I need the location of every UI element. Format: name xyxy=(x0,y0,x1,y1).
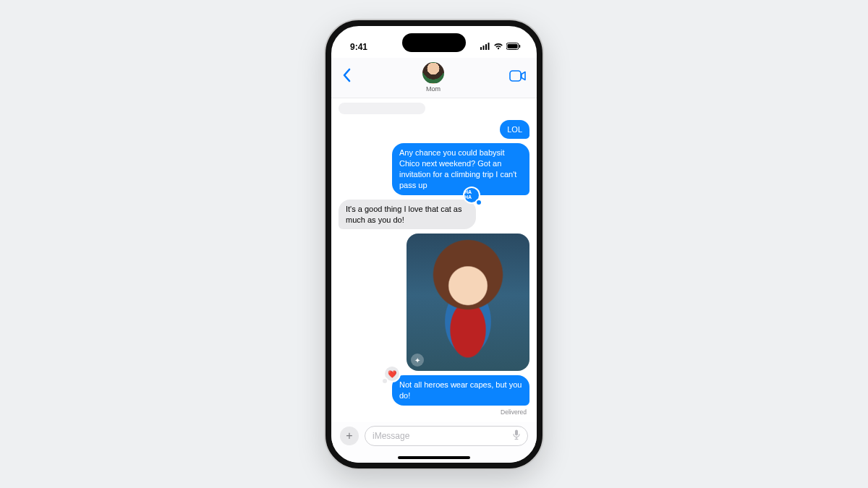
svg-rect-2 xyxy=(485,44,487,50)
message-row: Not all heroes wear capes, but you do! ❤… xyxy=(339,375,529,406)
svg-rect-1 xyxy=(483,46,485,50)
svg-rect-8 xyxy=(515,430,518,436)
received-bubble[interactable]: It's a good thing I love that cat as muc… xyxy=(339,200,476,230)
back-button[interactable] xyxy=(341,68,357,87)
input-placeholder: iMessage xyxy=(373,431,409,441)
message-thread[interactable]: LOL Any chance you could babysit Chico n… xyxy=(331,98,537,422)
sent-image[interactable]: ✦ xyxy=(407,234,529,371)
dictation-icon[interactable] xyxy=(513,429,520,442)
svg-rect-0 xyxy=(480,47,482,50)
contact-avatar xyxy=(422,62,444,84)
image-playground-icon[interactable]: ✦ xyxy=(411,354,424,367)
tapback-haha-icon[interactable]: HA HA xyxy=(464,188,479,202)
home-indicator[interactable] xyxy=(398,456,470,459)
contact-name: Mom xyxy=(426,85,441,93)
message-row: LOL xyxy=(339,120,529,140)
sent-bubble[interactable]: Not all heroes wear capes, but you do! ❤… xyxy=(392,375,529,406)
iphone-frame: 9:41 Mom LOL Any xyxy=(326,20,542,468)
svg-rect-5 xyxy=(508,44,518,48)
svg-rect-6 xyxy=(519,45,521,48)
message-row: Any chance you could babysit Chico next … xyxy=(339,143,529,194)
dynamic-island xyxy=(402,33,466,52)
message-input[interactable]: iMessage xyxy=(365,426,528,446)
svg-rect-7 xyxy=(510,71,521,81)
tapback-heart-icon[interactable]: ❤️ xyxy=(385,367,399,381)
facetime-button[interactable] xyxy=(509,70,527,85)
svg-rect-3 xyxy=(488,43,490,50)
sent-bubble[interactable]: Any chance you could babysit Chico next … xyxy=(392,143,529,194)
message-text: It's a good thing I love that cat as muc… xyxy=(346,205,461,224)
message-row: It's a good thing I love that cat as muc… xyxy=(339,200,529,230)
prior-message-peek xyxy=(339,103,425,114)
wifi-icon xyxy=(493,42,503,52)
delivered-status: Delivered xyxy=(339,408,529,416)
message-text: Not all heroes wear capes, but you do! xyxy=(399,380,522,400)
cellular-icon xyxy=(480,42,490,52)
status-time: 9:41 xyxy=(350,42,367,52)
message-row: ✦ xyxy=(339,234,529,371)
apps-button[interactable]: + xyxy=(340,427,359,445)
battery-icon xyxy=(506,42,521,52)
sent-bubble[interactable]: LOL xyxy=(500,120,529,140)
conversation-header: Mom xyxy=(331,58,537,98)
contact-button[interactable]: Mom xyxy=(422,62,444,93)
